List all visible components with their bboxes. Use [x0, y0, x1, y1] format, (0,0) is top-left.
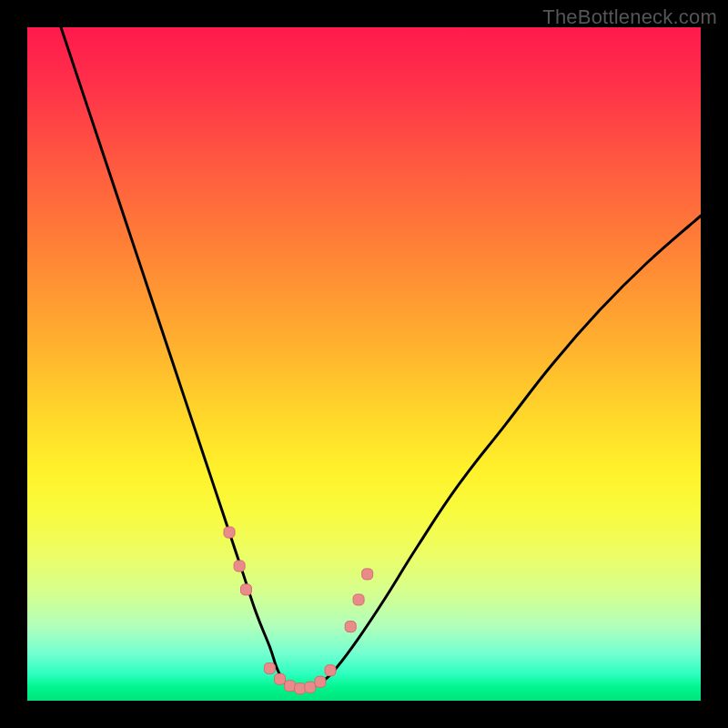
data-marker	[224, 527, 235, 538]
data-marker	[285, 681, 296, 692]
chart-frame: TheBottleneck.com	[0, 0, 728, 728]
data-marker	[241, 584, 252, 595]
chart-svg	[27, 27, 701, 701]
data-marker	[353, 594, 364, 605]
data-marker	[345, 622, 356, 632]
data-marker	[234, 561, 245, 571]
data-marker	[295, 683, 306, 694]
watermark-text: TheBottleneck.com	[542, 5, 717, 29]
plot-area	[27, 27, 701, 701]
data-marker	[305, 682, 316, 693]
data-marker	[362, 569, 373, 580]
data-marker	[275, 673, 286, 684]
data-marker	[325, 665, 336, 676]
bottleneck-curve	[61, 27, 701, 688]
data-marker	[264, 662, 275, 673]
data-marker	[315, 676, 326, 687]
